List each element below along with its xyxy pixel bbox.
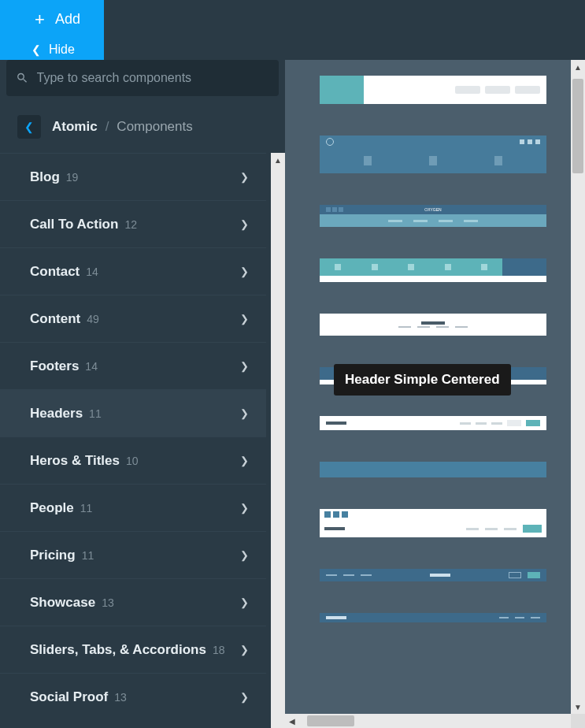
category-count: 19	[66, 171, 79, 184]
category-headers[interactable]: Headers11 ❯	[0, 389, 266, 436]
breadcrumb-back[interactable]: ❮	[17, 115, 41, 139]
component-thumbnail[interactable]	[320, 613, 546, 622]
category-label: Social Proof	[30, 689, 108, 704]
category-blog[interactable]: Blog19 ❯	[0, 153, 266, 200]
chevron-right-icon: ❯	[240, 313, 249, 325]
component-thumbnail[interactable]	[320, 136, 546, 173]
category-count: 10	[126, 455, 139, 467]
chevron-right-icon: ❯	[240, 218, 249, 230]
breadcrumb-separator: /	[106, 119, 109, 135]
scrollbar-corner	[571, 714, 585, 728]
category-people[interactable]: People11 ❯	[0, 484, 266, 531]
search-input-wrap[interactable]	[6, 60, 279, 96]
chevron-right-icon: ❯	[240, 549, 249, 561]
category-count: 11	[82, 549, 94, 562]
scroll-up-icon[interactable]: ▲	[571, 60, 585, 74]
breadcrumb: ❮ Atomic / Components	[0, 104, 285, 153]
component-thumbnail[interactable]	[320, 462, 546, 477]
chevron-right-icon: ❯	[240, 502, 249, 514]
chevron-left-icon: ❮	[31, 43, 41, 56]
category-contact[interactable]: Contact14 ❯	[0, 247, 266, 295]
category-count: 14	[86, 266, 98, 278]
category-label: Heros & Titles	[30, 453, 120, 468]
category-count: 12	[124, 218, 137, 231]
category-label: Pricing	[30, 548, 76, 563]
category-label: Sliders, Tabs, & Accordions	[30, 642, 206, 657]
category-label: People	[30, 500, 74, 515]
category-label: Content	[30, 311, 80, 326]
component-thumbnail[interactable]	[320, 76, 546, 104]
component-thumbnail[interactable]	[320, 569, 546, 581]
scroll-up-icon[interactable]: ▲	[271, 153, 285, 167]
category-sliders[interactable]: Sliders, Tabs, & Accordions18 ❯	[0, 626, 266, 673]
scrollbar-vertical[interactable]: ▲	[271, 153, 285, 728]
chevron-right-icon: ❯	[240, 691, 249, 703]
category-label: Showcase	[30, 595, 95, 610]
category-count: 13	[102, 596, 114, 609]
scrollbar-horizontal[interactable]: ◀ ▶	[285, 714, 585, 728]
category-label: Blog	[30, 169, 60, 184]
category-count: 13	[114, 691, 127, 704]
chevron-right-icon: ❯	[240, 455, 249, 466]
sidebar: ❮ Atomic / Components ▲ Blog19 ❯ Call To…	[0, 60, 285, 728]
category-footers[interactable]: Footers14 ❯	[0, 342, 266, 389]
category-count: 14	[85, 360, 98, 373]
category-label: Headers	[30, 406, 83, 421]
category-label: Footers	[30, 358, 79, 373]
breadcrumb-current: Components	[117, 119, 192, 135]
search-icon	[16, 71, 29, 85]
chevron-right-icon: ❯	[240, 407, 249, 419]
scroll-down-icon[interactable]: ▼	[571, 700, 585, 714]
scrollbar-thumb[interactable]	[307, 715, 354, 726]
category-list: ▲ Blog19 ❯ Call To Action12 ❯ Contact14 …	[0, 153, 285, 728]
category-social-proof[interactable]: Social Proof13 ❯	[0, 673, 266, 720]
hide-button[interactable]: ❮ Hide	[0, 39, 104, 60]
category-cta[interactable]: Call To Action12 ❯	[0, 200, 266, 247]
component-thumbnail[interactable]: Header Simple Centered	[320, 367, 546, 384]
component-gallery: OXYGEN Header Simple Centered	[285, 60, 585, 728]
thumb-brand: OXYGEN	[424, 207, 441, 212]
component-tooltip: Header Simple Centered	[334, 364, 511, 396]
category-count: 11	[89, 407, 102, 420]
top-bar: + Add ❮ Hide	[0, 0, 585, 60]
scrollbar-thumb[interactable]	[572, 79, 583, 173]
category-count: 11	[80, 502, 93, 514]
plus-icon: +	[35, 9, 45, 30]
search-input[interactable]	[37, 71, 269, 85]
chevron-right-icon: ❯	[240, 266, 249, 277]
scrollbar-vertical[interactable]: ▲ ▼	[571, 60, 585, 714]
add-button[interactable]: + Add	[0, 0, 104, 39]
component-thumbnail[interactable]	[320, 509, 546, 537]
chevron-right-icon: ❯	[240, 171, 249, 183]
component-thumbnail[interactable]	[320, 258, 546, 282]
category-heros[interactable]: Heros & Titles10 ❯	[0, 436, 266, 484]
chevron-right-icon: ❯	[240, 644, 249, 656]
add-label: Add	[55, 11, 80, 28]
category-pricing[interactable]: Pricing11 ❯	[0, 531, 266, 578]
category-label: Contact	[30, 264, 80, 279]
hide-label: Hide	[49, 43, 75, 57]
scroll-left-icon[interactable]: ◀	[285, 714, 299, 728]
breadcrumb-root[interactable]: Atomic	[52, 119, 98, 135]
category-label: Call To Action	[30, 217, 118, 232]
chevron-left-icon: ❮	[24, 121, 34, 133]
chevron-right-icon: ❯	[240, 360, 249, 372]
component-thumbnail[interactable]: OXYGEN	[320, 205, 546, 227]
category-count: 49	[87, 313, 99, 325]
category-showcase[interactable]: Showcase13 ❯	[0, 578, 266, 626]
category-count: 18	[213, 644, 225, 656]
chevron-right-icon: ❯	[240, 596, 249, 608]
category-content[interactable]: Content49 ❯	[0, 295, 266, 342]
component-thumbnail[interactable]	[320, 314, 546, 336]
component-thumbnail[interactable]	[320, 416, 546, 430]
